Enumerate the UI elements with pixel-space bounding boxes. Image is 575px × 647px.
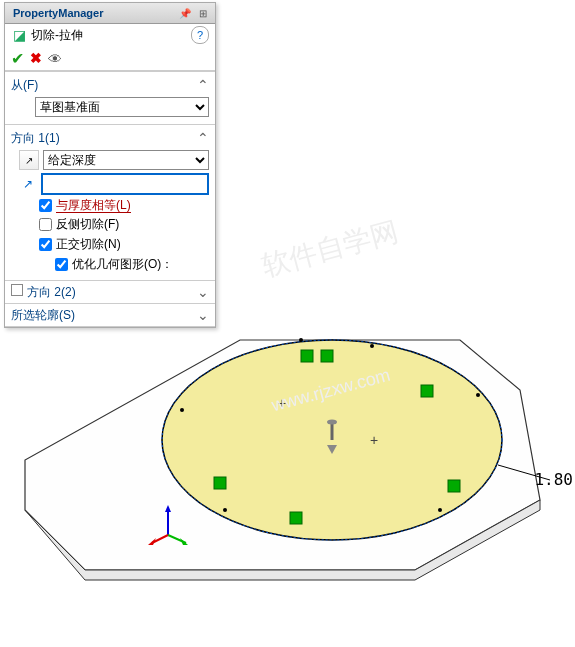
svg-point-10	[299, 338, 303, 342]
normal-checkbox[interactable]	[39, 238, 52, 251]
svg-text:+: +	[370, 432, 378, 448]
watermark-1: 软件自学网	[257, 213, 402, 286]
preview-icon[interactable]: 👁	[48, 51, 66, 65]
ok-button[interactable]: ✔	[11, 49, 24, 68]
property-manager-panel: PropertyManager 📌 ⊞ ◪ 切除-拉伸 ? ✔ ✖ 👁 从(F)…	[4, 2, 216, 328]
svg-point-12	[180, 408, 184, 412]
svg-rect-5	[321, 350, 333, 362]
panel-titlebar: PropertyManager 📌 ⊞	[5, 3, 215, 24]
svg-rect-8	[421, 385, 433, 397]
svg-text:+: +	[278, 395, 286, 411]
svg-point-13	[476, 393, 480, 397]
section-direction2[interactable]: 方向 2(2) ⌄	[5, 280, 215, 303]
svg-marker-18	[327, 445, 337, 454]
chevron-down-icon: ⌄	[197, 307, 209, 323]
chevron-down-icon: ⌄	[197, 284, 209, 300]
svg-point-1	[162, 340, 502, 540]
feature-name-text: 切除-拉伸	[31, 27, 83, 44]
origin-triad	[148, 505, 188, 545]
section-from-header[interactable]: 从(F) ⌃	[11, 76, 209, 94]
cut-extrude-icon: ◪	[11, 27, 27, 43]
optimize-label: 优化几何图形(O)：	[72, 256, 173, 273]
dimension-label[interactable]: 1.80	[534, 470, 573, 489]
svg-point-0	[162, 340, 502, 540]
command-row: ✔ ✖ 👁	[5, 46, 215, 71]
watermark-2: www.rjzxw.com	[269, 365, 392, 417]
svg-rect-7	[290, 512, 302, 524]
optimize-checkbox[interactable]	[55, 258, 68, 271]
chevron-up-icon: ⌃	[197, 130, 209, 146]
depth-input[interactable]	[41, 173, 209, 195]
section-contour[interactable]: 所选轮廓(S) ⌄	[5, 303, 215, 327]
svg-rect-4	[301, 350, 313, 362]
direction-arrow-icon[interactable]: ↗	[19, 177, 37, 191]
normal-label: 正交切除(N)	[56, 236, 121, 253]
expand-icon[interactable]: ⊞	[195, 5, 211, 21]
pin-icon[interactable]: 📌	[177, 5, 193, 21]
thickness-checkbox[interactable]	[39, 199, 52, 212]
section-dir1-header[interactable]: 方向 1(1) ⌃	[11, 129, 209, 147]
flip-checkbox[interactable]	[39, 218, 52, 231]
chevron-up-icon: ⌃	[197, 77, 209, 93]
svg-rect-9	[448, 480, 460, 492]
dir2-expand-icon	[11, 284, 23, 296]
end-condition-select[interactable]: 给定深度	[43, 150, 209, 170]
svg-point-15	[438, 508, 442, 512]
svg-marker-21	[165, 505, 171, 512]
from-select[interactable]: 草图基准面	[35, 97, 209, 117]
svg-point-19	[327, 420, 337, 425]
svg-line-24	[152, 535, 168, 543]
flip-label: 反侧切除(F)	[56, 216, 119, 233]
svg-point-11	[370, 344, 374, 348]
feature-header: ◪ 切除-拉伸 ?	[5, 24, 215, 46]
cancel-button[interactable]: ✖	[30, 50, 42, 66]
help-icon[interactable]: ?	[191, 26, 209, 44]
reverse-direction-icon[interactable]: ↗	[19, 150, 39, 170]
thickness-label: 与厚度相等(L)	[56, 198, 131, 213]
section-direction1: 方向 1(1) ⌃ ↗ 给定深度 ↗ 与厚度相等(L) 反侧切除(F) 正交切除…	[5, 124, 215, 280]
svg-rect-6	[214, 477, 226, 489]
section-from: 从(F) ⌃ 草图基准面	[5, 71, 215, 124]
panel-title: PropertyManager	[9, 7, 177, 19]
svg-point-14	[223, 508, 227, 512]
